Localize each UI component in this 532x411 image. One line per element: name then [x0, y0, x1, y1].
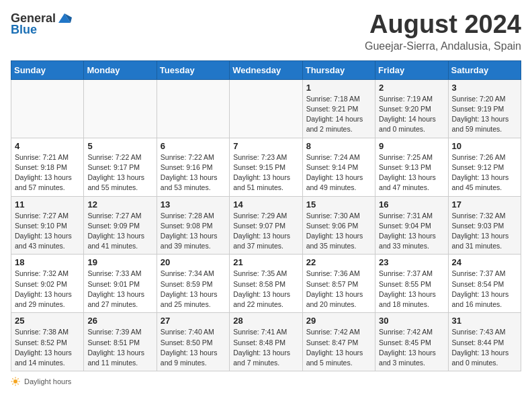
- weekday-header-saturday: Saturday: [448, 60, 521, 79]
- calendar-cell: 21Sunrise: 7:35 AM Sunset: 8:58 PM Dayli…: [230, 255, 302, 313]
- calendar-header-row: SundayMondayTuesdayWednesdayThursdayFrid…: [11, 60, 521, 79]
- day-number: 27: [161, 316, 226, 326]
- calendar-cell: 2Sunrise: 7:19 AM Sunset: 9:20 PM Daylig…: [375, 79, 448, 138]
- calendar-cell: 26Sunrise: 7:39 AM Sunset: 8:51 PM Dayli…: [84, 313, 157, 371]
- day-number: 28: [233, 316, 298, 326]
- calendar-cell: 7Sunrise: 7:23 AM Sunset: 9:15 PM Daylig…: [230, 138, 302, 196]
- day-number: 15: [306, 199, 371, 210]
- day-info: Sunrise: 7:18 AM Sunset: 9:21 PM Dayligh…: [306, 94, 371, 135]
- day-info: Sunrise: 7:41 AM Sunset: 8:48 PM Dayligh…: [233, 327, 298, 368]
- day-info: Sunrise: 7:32 AM Sunset: 9:03 PM Dayligh…: [452, 211, 517, 252]
- day-number: 19: [87, 257, 152, 267]
- calendar-cell: 8Sunrise: 7:24 AM Sunset: 9:14 PM Daylig…: [302, 138, 375, 196]
- calendar-cell: 15Sunrise: 7:30 AM Sunset: 9:06 PM Dayli…: [302, 196, 375, 255]
- calendar-cell: 5Sunrise: 7:22 AM Sunset: 9:17 PM Daylig…: [84, 138, 157, 196]
- day-number: 14: [233, 199, 298, 210]
- day-info: Sunrise: 7:19 AM Sunset: 9:20 PM Dayligh…: [379, 94, 444, 135]
- calendar-cell: 29Sunrise: 7:42 AM Sunset: 8:47 PM Dayli…: [302, 313, 375, 371]
- day-info: Sunrise: 7:39 AM Sunset: 8:51 PM Dayligh…: [87, 327, 152, 368]
- day-number: 23: [379, 257, 444, 267]
- day-info: Sunrise: 7:27 AM Sunset: 9:09 PM Dayligh…: [87, 211, 152, 252]
- sun-icon: [11, 377, 20, 386]
- calendar-cell: [84, 79, 157, 138]
- day-number: 31: [452, 316, 517, 326]
- calendar-cell: 12Sunrise: 7:27 AM Sunset: 9:09 PM Dayli…: [84, 196, 157, 255]
- day-number: 17: [452, 199, 517, 210]
- calendar-cell: [11, 79, 84, 138]
- calendar-cell: [230, 79, 302, 138]
- calendar-week-row: 18Sunrise: 7:32 AM Sunset: 9:02 PM Dayli…: [11, 255, 521, 313]
- calendar-week-row: 11Sunrise: 7:27 AM Sunset: 9:10 PM Dayli…: [11, 196, 521, 255]
- day-number: 22: [306, 257, 371, 267]
- svg-line-8: [17, 383, 18, 384]
- calendar-cell: 16Sunrise: 7:31 AM Sunset: 9:04 PM Dayli…: [375, 196, 448, 255]
- daylight-label: Daylight hours: [24, 377, 71, 385]
- day-info: Sunrise: 7:33 AM Sunset: 9:01 PM Dayligh…: [87, 269, 152, 310]
- day-number: 16: [379, 199, 444, 210]
- day-info: Sunrise: 7:23 AM Sunset: 9:15 PM Dayligh…: [233, 152, 298, 193]
- day-info: Sunrise: 7:34 AM Sunset: 8:59 PM Dayligh…: [161, 269, 226, 310]
- calendar-cell: 25Sunrise: 7:38 AM Sunset: 8:52 PM Dayli…: [11, 313, 84, 371]
- day-number: 7: [233, 141, 298, 151]
- calendar-cell: 1Sunrise: 7:18 AM Sunset: 9:21 PM Daylig…: [302, 79, 375, 138]
- svg-line-7: [12, 379, 13, 379]
- subtitle: Gueejar-Sierra, Andalusia, Spain: [365, 40, 521, 52]
- svg-point-2: [13, 379, 17, 383]
- day-info: Sunrise: 7:30 AM Sunset: 9:06 PM Dayligh…: [306, 211, 371, 252]
- logo-icon: [57, 11, 72, 26]
- day-info: Sunrise: 7:22 AM Sunset: 9:17 PM Dayligh…: [87, 152, 152, 193]
- calendar-cell: 19Sunrise: 7:33 AM Sunset: 9:01 PM Dayli…: [84, 255, 157, 313]
- day-info: Sunrise: 7:36 AM Sunset: 8:57 PM Dayligh…: [306, 269, 371, 310]
- logo: General Blue: [11, 11, 72, 37]
- day-info: Sunrise: 7:35 AM Sunset: 8:58 PM Dayligh…: [233, 269, 298, 310]
- day-number: 29: [306, 316, 371, 326]
- page-header: General Blue August 2024 Gueejar-Sierra,…: [11, 11, 521, 52]
- main-title: August 2024: [365, 11, 521, 39]
- day-number: 9: [379, 141, 444, 151]
- calendar-cell: 18Sunrise: 7:32 AM Sunset: 9:02 PM Dayli…: [11, 255, 84, 313]
- calendar-cell: 6Sunrise: 7:22 AM Sunset: 9:16 PM Daylig…: [157, 138, 229, 196]
- calendar-cell: 28Sunrise: 7:41 AM Sunset: 8:48 PM Dayli…: [230, 313, 302, 371]
- calendar-cell: 20Sunrise: 7:34 AM Sunset: 8:59 PM Dayli…: [157, 255, 229, 313]
- calendar-cell: 23Sunrise: 7:37 AM Sunset: 8:55 PM Dayli…: [375, 255, 448, 313]
- day-number: 8: [306, 141, 371, 151]
- day-number: 12: [87, 199, 152, 210]
- weekday-header-friday: Friday: [375, 60, 448, 79]
- svg-line-9: [17, 379, 18, 379]
- day-number: 6: [161, 141, 226, 151]
- day-number: 18: [15, 257, 80, 267]
- day-number: 4: [15, 141, 80, 151]
- day-info: Sunrise: 7:42 AM Sunset: 8:47 PM Dayligh…: [306, 327, 371, 368]
- weekday-header-monday: Monday: [84, 60, 157, 79]
- day-number: 30: [379, 316, 444, 326]
- day-info: Sunrise: 7:26 AM Sunset: 9:12 PM Dayligh…: [452, 152, 517, 193]
- day-info: Sunrise: 7:22 AM Sunset: 9:16 PM Dayligh…: [161, 152, 226, 193]
- footer: Daylight hours: [11, 377, 521, 386]
- day-number: 21: [233, 257, 298, 267]
- day-number: 26: [87, 316, 152, 326]
- weekday-header-thursday: Thursday: [302, 60, 375, 79]
- day-number: 20: [161, 257, 226, 267]
- calendar-cell: 31Sunrise: 7:43 AM Sunset: 8:44 PM Dayli…: [448, 313, 521, 371]
- day-info: Sunrise: 7:31 AM Sunset: 9:04 PM Dayligh…: [379, 211, 444, 252]
- calendar-cell: 27Sunrise: 7:40 AM Sunset: 8:50 PM Dayli…: [157, 313, 229, 371]
- weekday-header-sunday: Sunday: [11, 60, 84, 79]
- day-number: 10: [452, 141, 517, 151]
- logo-blue: Blue: [11, 23, 37, 37]
- calendar-cell: 3Sunrise: 7:20 AM Sunset: 9:19 PM Daylig…: [448, 79, 521, 138]
- day-info: Sunrise: 7:25 AM Sunset: 9:13 PM Dayligh…: [379, 152, 444, 193]
- day-number: 1: [306, 83, 371, 93]
- day-info: Sunrise: 7:32 AM Sunset: 9:02 PM Dayligh…: [15, 269, 80, 310]
- day-info: Sunrise: 7:24 AM Sunset: 9:14 PM Dayligh…: [306, 152, 371, 193]
- day-info: Sunrise: 7:38 AM Sunset: 8:52 PM Dayligh…: [15, 327, 80, 368]
- day-info: Sunrise: 7:37 AM Sunset: 8:55 PM Dayligh…: [379, 269, 444, 310]
- svg-line-10: [12, 383, 13, 384]
- day-info: Sunrise: 7:21 AM Sunset: 9:18 PM Dayligh…: [15, 152, 80, 193]
- day-info: Sunrise: 7:20 AM Sunset: 9:19 PM Dayligh…: [452, 94, 517, 135]
- day-number: 11: [15, 199, 80, 210]
- calendar-cell: 30Sunrise: 7:42 AM Sunset: 8:45 PM Dayli…: [375, 313, 448, 371]
- day-info: Sunrise: 7:42 AM Sunset: 8:45 PM Dayligh…: [379, 327, 444, 368]
- day-number: 5: [87, 141, 152, 151]
- day-info: Sunrise: 7:37 AM Sunset: 8:54 PM Dayligh…: [452, 269, 517, 310]
- calendar-week-row: 4Sunrise: 7:21 AM Sunset: 9:18 PM Daylig…: [11, 138, 521, 196]
